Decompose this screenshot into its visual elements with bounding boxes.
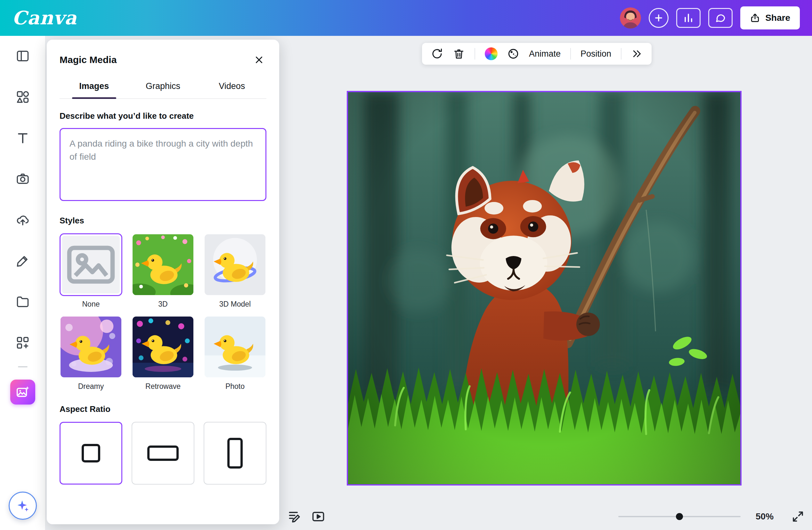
trash-icon <box>453 48 465 60</box>
sidebar-divider <box>18 366 28 367</box>
animate-button[interactable]: Animate <box>529 49 561 59</box>
plus-icon <box>653 13 664 23</box>
style-option-retrowave[interactable]: Retrowave <box>132 315 194 391</box>
pencil-icon <box>16 254 30 268</box>
portrait-ratio-icon <box>227 438 243 469</box>
close-panel-button[interactable] <box>252 53 266 67</box>
presentation-play-icon <box>311 510 325 524</box>
regenerate-button[interactable] <box>431 48 443 60</box>
present-button[interactable] <box>310 508 327 525</box>
aspect-ratio-options <box>60 422 266 485</box>
bar-chart-icon <box>683 13 694 24</box>
expand-icon <box>791 510 804 523</box>
magic-media-panel: Magic Media Images Graphics Videos Descr… <box>47 40 279 524</box>
prompt-label: Describe what you’d like to create <box>60 111 266 121</box>
chevron-double-right-icon <box>631 48 643 60</box>
landscape-ratio-icon <box>147 445 179 461</box>
style-option-3d[interactable]: 3D <box>132 233 194 309</box>
magic-media-icon <box>15 385 30 399</box>
tool-rail <box>0 36 45 530</box>
comments-button[interactable] <box>708 8 733 28</box>
style-option-dreamy[interactable]: Dreamy <box>60 315 122 391</box>
sidebar-item-projects[interactable] <box>12 291 34 313</box>
sidebar-item-elements[interactable] <box>12 86 34 108</box>
shapes-icon <box>16 90 30 104</box>
panel-title: Magic Media <box>60 55 117 65</box>
notes-icon <box>287 510 301 524</box>
styles-label: Styles <box>60 216 266 226</box>
square-ratio-icon <box>82 444 100 462</box>
style-option-none[interactable]: None <box>60 233 122 309</box>
position-button[interactable]: Position <box>580 49 611 59</box>
close-icon <box>254 55 264 65</box>
aspect-option-landscape[interactable] <box>132 422 194 485</box>
style-thumb-3d-model <box>204 233 266 296</box>
color-button[interactable] <box>485 47 497 60</box>
style-label: Dreamy <box>60 382 122 391</box>
color-wheel-icon <box>485 47 497 60</box>
share-label: Share <box>765 13 790 23</box>
styles-grid: None 3D <box>60 233 266 391</box>
prompt-input[interactable] <box>60 128 266 201</box>
zoom-slider-handle[interactable] <box>676 513 683 520</box>
more-options-button[interactable] <box>631 48 643 60</box>
transparency-icon <box>507 48 519 60</box>
fullscreen-button[interactable] <box>789 508 806 525</box>
selection-toolbar: Animate Position <box>422 43 652 65</box>
style-thumb-photo <box>204 315 266 378</box>
aspect-option-portrait[interactable] <box>204 422 266 485</box>
delete-button[interactable] <box>453 48 465 60</box>
sidebar-item-apps[interactable] <box>12 332 34 354</box>
style-label: None <box>60 300 122 309</box>
share-icon <box>750 13 760 23</box>
sidebar-item-text[interactable] <box>12 127 34 149</box>
sidebar-item-design[interactable] <box>12 45 34 67</box>
cloud-upload-icon <box>16 213 30 227</box>
regenerate-icon <box>431 48 443 60</box>
sidebar-item-uploads[interactable] <box>12 209 34 231</box>
camera-icon <box>16 172 30 186</box>
sidebar-item-photos[interactable] <box>12 168 34 190</box>
red-panda-image <box>348 92 740 484</box>
canva-editor: Canva <box>0 0 812 530</box>
create-design-button[interactable] <box>649 8 669 28</box>
style-thumb-3d <box>132 233 194 296</box>
style-label: Photo <box>204 382 266 391</box>
aspect-option-square[interactable] <box>60 422 122 485</box>
topbar-actions: Share <box>620 6 800 29</box>
zoom-level: 50% <box>756 512 773 522</box>
tab-images[interactable]: Images <box>60 75 128 98</box>
media-type-tabs: Images Graphics Videos <box>60 75 266 99</box>
top-bar: Canva <box>0 0 812 36</box>
sparkle-icon <box>16 499 30 513</box>
apps-grid-icon <box>16 336 30 350</box>
toolbar-separator <box>621 48 622 60</box>
toolbar-separator <box>475 48 475 60</box>
style-label: 3D <box>132 300 194 309</box>
avatar[interactable] <box>620 8 641 29</box>
avatar-image <box>620 8 641 29</box>
panel-header: Magic Media <box>60 40 266 67</box>
transparency-button[interactable] <box>507 48 519 60</box>
assistant-button[interactable] <box>9 491 37 520</box>
tab-graphics[interactable]: Graphics <box>128 75 197 98</box>
canva-logo[interactable]: Canva <box>12 9 77 27</box>
insights-button[interactable] <box>676 8 700 28</box>
tab-videos[interactable]: Videos <box>198 75 266 98</box>
sidebar-item-magic-media[interactable] <box>10 380 35 404</box>
style-label: Retrowave <box>132 382 194 391</box>
folder-icon <box>16 295 30 309</box>
share-button[interactable]: Share <box>740 6 800 29</box>
style-label: 3D Model <box>204 300 266 309</box>
comment-icon <box>715 13 726 24</box>
design-icon <box>16 49 30 63</box>
text-icon <box>16 131 30 145</box>
notes-button[interactable] <box>286 508 303 525</box>
toolbar-separator <box>570 48 571 60</box>
style-option-photo[interactable]: Photo <box>204 315 266 391</box>
style-option-3d-model[interactable]: 3D Model <box>204 233 266 309</box>
style-thumb-retrowave <box>132 315 194 378</box>
selected-image[interactable] <box>347 91 742 486</box>
style-thumb-none <box>60 233 122 296</box>
sidebar-item-draw[interactable] <box>12 250 34 272</box>
